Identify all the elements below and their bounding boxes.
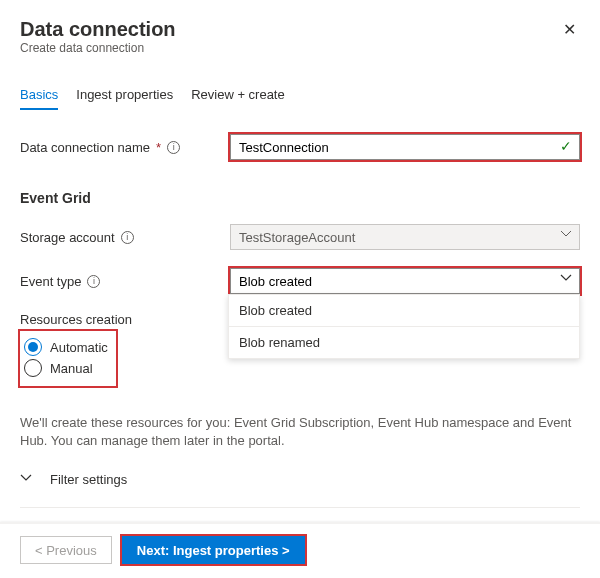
page-subtitle: Create data connection bbox=[20, 41, 176, 55]
check-icon: ✓ bbox=[560, 138, 572, 154]
label-storage-account: Storage account i bbox=[20, 230, 230, 245]
divider bbox=[20, 507, 580, 508]
wizard-footer: < Previous Next: Ingest properties > bbox=[20, 536, 305, 564]
section-event-grid: Event Grid bbox=[20, 190, 580, 206]
event-type-dropdown: Blob created Blob renamed bbox=[228, 294, 580, 359]
resources-radio-group: Automatic Manual bbox=[20, 331, 116, 386]
radio-icon bbox=[24, 338, 42, 356]
tab-ingest-properties[interactable]: Ingest properties bbox=[76, 83, 173, 110]
dropdown-option-blob-renamed[interactable]: Blob renamed bbox=[229, 327, 579, 358]
storage-account-select[interactable] bbox=[230, 224, 580, 250]
tab-bar: Basics Ingest properties Review + create bbox=[20, 83, 580, 110]
previous-button: < Previous bbox=[20, 536, 112, 564]
required-indicator: * bbox=[156, 140, 161, 155]
info-icon[interactable]: i bbox=[167, 141, 180, 154]
page-title: Data connection bbox=[20, 18, 176, 41]
tab-review-create[interactable]: Review + create bbox=[191, 83, 285, 110]
radio-automatic[interactable]: Automatic bbox=[24, 338, 108, 356]
dropdown-option-blob-created[interactable]: Blob created bbox=[229, 295, 579, 327]
tab-basics[interactable]: Basics bbox=[20, 83, 58, 110]
close-icon[interactable]: ✕ bbox=[559, 18, 580, 41]
filter-settings-toggle[interactable]: Filter settings bbox=[20, 472, 580, 499]
footer-divider bbox=[0, 522, 600, 524]
next-button[interactable]: Next: Ingest properties > bbox=[122, 536, 305, 564]
label-event-type: Event type i bbox=[20, 274, 230, 289]
radio-manual[interactable]: Manual bbox=[24, 359, 108, 377]
info-icon[interactable]: i bbox=[87, 275, 100, 288]
help-text: We'll create these resources for you: Ev… bbox=[20, 414, 580, 450]
event-type-select[interactable] bbox=[230, 268, 580, 294]
radio-icon bbox=[24, 359, 42, 377]
chevron-down-icon bbox=[20, 472, 32, 487]
connection-name-input[interactable] bbox=[230, 134, 580, 160]
label-connection-name: Data connection name * i bbox=[20, 140, 230, 155]
info-icon[interactable]: i bbox=[121, 231, 134, 244]
